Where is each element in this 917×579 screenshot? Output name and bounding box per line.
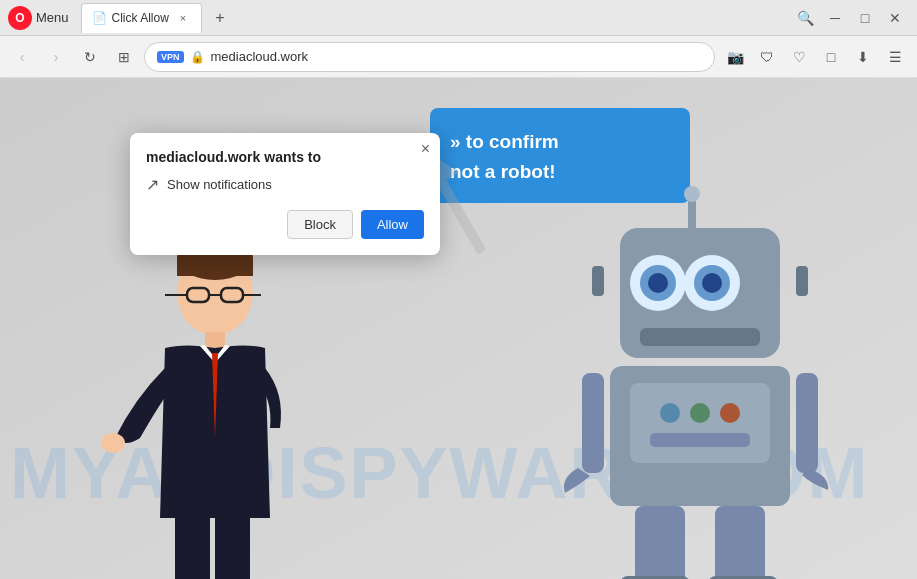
maximize-button[interactable]: □ [851,4,879,32]
svg-text:» to confirm: » to confirm [450,131,559,152]
active-tab[interactable]: 📄 Click Allow × [81,3,202,33]
address-input-wrapper[interactable]: VPN 🔒 mediacloud.work [144,42,715,72]
new-tab-button[interactable]: + [206,4,234,32]
browser-window: O Menu 📄 Click Allow × + 🔍 ─ □ ✕ ‹ › ↻ ⊞… [0,0,917,579]
dialog-close-button[interactable]: × [421,141,430,157]
back-button[interactable]: ‹ [8,43,36,71]
title-bar: O Menu 📄 Click Allow × + 🔍 ─ □ ✕ [0,0,917,36]
svg-rect-40 [635,506,685,579]
menu-icon[interactable]: ☰ [881,43,909,71]
svg-rect-28 [796,266,808,296]
refresh-button[interactable]: ↻ [76,43,104,71]
permission-dialog: × mediacloud.work wants to ↗ Show notifi… [130,133,440,255]
svg-rect-14 [205,332,225,348]
dialog-title: mediacloud.work wants to [146,149,424,165]
svg-point-23 [648,273,668,293]
forward-button[interactable]: › [42,43,70,71]
menu-label[interactable]: Menu [36,10,69,25]
heart-icon[interactable]: ♡ [785,43,813,71]
address-bar: ‹ › ↻ ⊞ VPN 🔒 mediacloud.work 📷 🛡 ♡ □ ⬇ … [0,36,917,78]
notification-icon: ↗ [146,175,159,194]
wallet-icon[interactable]: □ [817,43,845,71]
tab-favicon-icon: 📄 [92,11,106,25]
svg-point-15 [101,433,125,453]
notification-text: Show notifications [167,177,272,192]
tab-bar: 📄 Click Allow × + [81,3,787,33]
search-window-icon[interactable]: 🔍 [791,4,819,32]
allow-button[interactable]: Allow [361,210,424,239]
svg-rect-39 [796,373,818,473]
dialog-buttons: Block Allow [146,210,424,239]
svg-rect-37 [650,433,750,447]
main-content: MYANDISPYWARE.COM » to confirm not a rob… [0,78,917,579]
tab-title: Click Allow [112,11,169,25]
block-button[interactable]: Block [287,210,353,239]
svg-rect-17 [215,508,250,579]
svg-rect-38 [582,373,604,473]
svg-point-35 [690,403,710,423]
lock-icon: 🔒 [190,50,205,64]
url-display: mediacloud.work [211,49,702,64]
svg-point-34 [660,403,680,423]
tab-close-icon[interactable]: × [175,10,191,26]
svg-rect-2 [430,108,690,203]
dialog-notification-row: ↗ Show notifications [146,175,424,194]
vpn-badge: VPN [157,51,184,63]
opera-logo[interactable]: O [8,6,32,30]
svg-rect-30 [688,198,696,230]
svg-rect-29 [640,328,760,346]
svg-rect-27 [592,266,604,296]
tabs-grid-button[interactable]: ⊞ [110,43,138,71]
toolbar-icons: 📷 🛡 ♡ □ ⬇ ☰ [721,43,909,71]
svg-point-31 [684,186,700,202]
shield-icon[interactable]: 🛡 [753,43,781,71]
svg-text:not a robot!: not a robot! [450,161,556,182]
download-icon[interactable]: ⬇ [849,43,877,71]
svg-rect-16 [175,508,210,579]
camera-icon[interactable]: 📷 [721,43,749,71]
svg-rect-8 [177,258,253,276]
svg-rect-41 [715,506,765,579]
svg-point-26 [702,273,722,293]
close-button[interactable]: ✕ [881,4,909,32]
minimize-button[interactable]: ─ [821,4,849,32]
window-controls: 🔍 ─ □ ✕ [791,4,909,32]
svg-point-36 [720,403,740,423]
